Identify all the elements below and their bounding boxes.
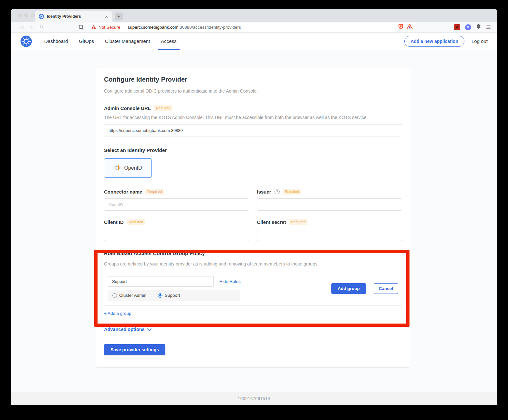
nav-item-access[interactable]: Access [161, 33, 176, 50]
add-new-application-button[interactable]: Add a new application [404, 36, 464, 47]
select-identity-provider-label: Select an Identity Provider [104, 147, 402, 153]
role-option-support[interactable]: Support [158, 293, 180, 298]
url-path: :30880/access/identity-providers [178, 25, 241, 30]
browser-toolbar: ◁ ▷ ↻ Not Secure superci.somebigbank.com… [11, 22, 497, 33]
configure-identity-provider-card: Configure Identity Provider Configure ad… [96, 67, 410, 368]
admin-console-url-input[interactable] [104, 124, 402, 136]
tab-title: Identity Providers [47, 14, 104, 19]
cancel-button[interactable]: Cancel [374, 283, 398, 294]
primary-nav: Dashboard GitOps Cluster Management Acce… [44, 33, 177, 50]
warning-icon [91, 25, 96, 29]
window-minimize-button[interactable] [24, 14, 28, 17]
back-icon[interactable]: ◁ [17, 24, 27, 30]
connector-name-input[interactable] [104, 198, 249, 211]
admin-console-url-label: Admin Console URL [104, 105, 151, 111]
page-background: Configure Identity Provider Configure ad… [11, 50, 497, 392]
m-extension-icon[interactable]: M [465, 24, 471, 30]
advanced-options-toggle[interactable]: Advanced options [104, 327, 402, 332]
openid-label: OpenID [124, 165, 142, 171]
kubernetes-logo [20, 35, 32, 47]
nav-item-dashboard[interactable]: Dashboard [44, 33, 68, 50]
client-id-field: Client ID Required [104, 219, 249, 241]
client-secret-label: Client secret [257, 219, 286, 225]
rbac-title: Role Based Access Control Group Policy [104, 251, 402, 256]
required-badge: Required [154, 105, 172, 111]
issuer-field: Issuer ? Required [257, 189, 402, 211]
window-maximize-button[interactable] [31, 14, 35, 17]
connector-name-label: Connector name [104, 189, 142, 195]
client-id-input[interactable] [104, 229, 249, 241]
rbac-subtitle: Groups are defined by your identity prov… [104, 261, 402, 266]
tab-close-icon[interactable]: × [104, 14, 109, 20]
divider [124, 25, 124, 30]
footer-bar: 1609167061514 [11, 392, 497, 405]
save-provider-settings-button[interactable]: Save provider settings [104, 344, 165, 355]
group-editor-row: Hide Roles Cluster Admin Support [104, 272, 402, 305]
not-secure-label: Not Secure [98, 25, 120, 30]
puzzle-extensions-icon[interactable] [476, 24, 481, 30]
add-group-button[interactable]: Add group [331, 283, 366, 294]
openid-provider-card[interactable]: OpenID [104, 158, 152, 178]
radio-checked-icon[interactable] [158, 293, 162, 298]
rbac-section: Role Based Access Control Group Policy G… [104, 251, 402, 319]
url-text: superci.somebigbank.com:30880/access/ide… [128, 25, 391, 30]
brave-rewards-triangle-icon[interactable] [407, 24, 413, 31]
new-tab-button[interactable]: + [115, 13, 123, 20]
divider [104, 305, 402, 306]
footer-timestamp: 1609167061514 [238, 396, 270, 401]
browser-tab-strip: Identity Providers × + [11, 9, 497, 22]
help-icon[interactable]: ? [275, 189, 280, 194]
group-name-input[interactable] [108, 276, 214, 287]
kubernetes-favicon [39, 14, 44, 19]
roles-box: Cluster Admin Support [108, 290, 240, 301]
required-badge: Required [127, 219, 145, 225]
logout-link[interactable]: Log out [472, 38, 488, 44]
required-badge: Required [283, 189, 301, 195]
window-close-button[interactable] [18, 14, 22, 17]
divider [394, 25, 394, 30]
required-badge: Required [289, 219, 308, 225]
client-secret-field: Client secret Required [257, 219, 402, 241]
menu-icon[interactable]: ☰ [486, 24, 491, 31]
nav-item-cluster-management[interactable]: Cluster Management [105, 33, 150, 50]
role-label: Cluster Admin [119, 293, 146, 298]
issuer-label: Issuer [257, 189, 271, 195]
client-secret-input[interactable] [257, 229, 402, 241]
hide-roles-link[interactable]: Hide Roles [219, 279, 241, 284]
bookmark-icon[interactable] [78, 25, 83, 30]
desktop-background: Identity Providers × + ◁ ▷ ↻ Not Secure … [0, 0, 508, 420]
url-host: superci.somebigbank.com [128, 25, 179, 30]
role-option-cluster-admin[interactable]: Cluster Admin [112, 293, 146, 298]
role-label: Support [165, 293, 180, 298]
page-subtitle: Configure additional ODIC providers to a… [104, 88, 402, 94]
address-bar[interactable]: Not Secure superci.somebigbank.com:30880… [87, 23, 416, 32]
add-a-group-link[interactable]: + Add a group [104, 311, 131, 316]
browser-window: Identity Providers × + ◁ ▷ ↻ Not Secure … [11, 9, 497, 405]
required-badge: Required [145, 189, 164, 195]
chevron-down-icon [147, 327, 151, 332]
extension-area: M ☰ [454, 24, 491, 31]
advanced-options-label: Advanced options [104, 327, 145, 332]
openid-logo-icon [114, 164, 121, 173]
connector-name-field: Connector name Required [104, 189, 249, 211]
nav-item-gitops[interactable]: GitOps [79, 33, 94, 50]
red-extension-icon[interactable] [454, 24, 460, 30]
app-header: Dashboard GitOps Cluster Management Acce… [11, 33, 497, 50]
radio-unchecked-icon[interactable] [112, 293, 117, 298]
admin-console-url-help: The URL for accessing the KOTS Admin Con… [104, 115, 402, 120]
forward-icon[interactable]: ▷ [27, 24, 36, 30]
page-title: Configure Identity Provider [104, 76, 402, 83]
reload-icon[interactable]: ↻ [36, 24, 46, 30]
brave-shield-icon[interactable] [398, 24, 403, 31]
issuer-input[interactable] [257, 198, 402, 211]
browser-tab[interactable]: Identity Providers × [35, 11, 112, 22]
client-id-label: Client ID [104, 219, 124, 225]
window-controls [18, 14, 35, 17]
